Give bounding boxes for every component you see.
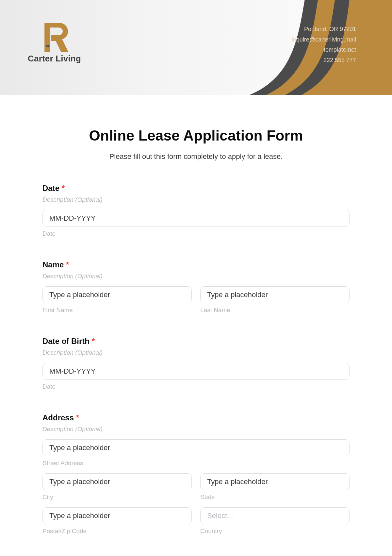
field-label-date: Date *	[42, 184, 350, 193]
field-description: Description (Optional)	[42, 273, 350, 280]
field-sublabel: Postal/Zip Code	[42, 528, 192, 535]
field-label-text: Address	[42, 413, 74, 422]
street-address-input[interactable]	[42, 439, 350, 456]
required-mark: *	[92, 337, 95, 345]
form-container: Online Lease Application Form Please fil…	[0, 95, 392, 554]
field-sublabel: Street Address	[42, 460, 350, 467]
field-label-text: Date	[42, 184, 59, 193]
dob-input[interactable]	[42, 363, 350, 380]
header-banner: Carter Living Portland, OR 97201 inquire…	[0, 0, 392, 95]
field-sublabel: Country	[200, 528, 350, 535]
contact-address: Portland, OR 97201	[292, 24, 356, 35]
last-name-input[interactable]	[200, 286, 350, 303]
contact-web: template.net	[292, 45, 356, 55]
field-label-text: Name	[42, 260, 64, 269]
header-swoosh-graphic	[183, 0, 392, 95]
field-sublabel: Date	[42, 383, 350, 390]
contact-email: inquire@carterliving.mail	[292, 35, 356, 45]
field-label-dob: Date of Birth *	[42, 337, 350, 346]
contact-phone: 222 555 777	[292, 55, 356, 66]
field-label-text: Date of Birth	[42, 337, 90, 345]
form-subtitle: Please fill out this form completely to …	[42, 152, 350, 161]
field-sublabel: Last Name	[200, 307, 350, 314]
svg-rect-1	[48, 45, 50, 47]
field-group-dob: Date of Birth * Description (Optional) D…	[42, 337, 350, 390]
field-label-name: Name *	[42, 260, 350, 269]
field-description: Description (Optional)	[42, 426, 350, 433]
contact-block: Portland, OR 97201 inquire@carterliving.…	[292, 24, 356, 65]
first-name-input[interactable]	[42, 286, 192, 303]
field-group-address: Address * Description (Optional) Street …	[42, 413, 350, 535]
required-mark: *	[76, 413, 79, 422]
field-description: Description (Optional)	[42, 196, 350, 203]
field-description: Description (Optional)	[42, 349, 350, 356]
postal-input[interactable]	[42, 507, 192, 524]
brand-logo: Carter Living	[28, 23, 81, 64]
field-sublabel: Date	[42, 230, 350, 237]
date-input[interactable]	[42, 210, 350, 227]
field-label-address: Address *	[42, 413, 350, 422]
field-sublabel: First Name	[42, 307, 192, 314]
required-mark: *	[62, 184, 65, 193]
form-title: Online Lease Application Form	[42, 127, 350, 144]
field-sublabel: State	[200, 494, 350, 501]
brand-name: Carter Living	[28, 54, 81, 64]
field-group-name: Name * Description (Optional) First Name…	[42, 260, 350, 314]
state-input[interactable]	[200, 473, 350, 490]
field-sublabel: City	[42, 494, 192, 501]
country-select[interactable]: Select...	[200, 507, 350, 524]
brand-logo-mark-icon	[39, 23, 70, 52]
city-input[interactable]	[42, 473, 192, 490]
required-mark: *	[66, 260, 69, 269]
svg-rect-0	[46, 45, 48, 47]
field-group-date: Date * Description (Optional) Date	[42, 184, 350, 237]
